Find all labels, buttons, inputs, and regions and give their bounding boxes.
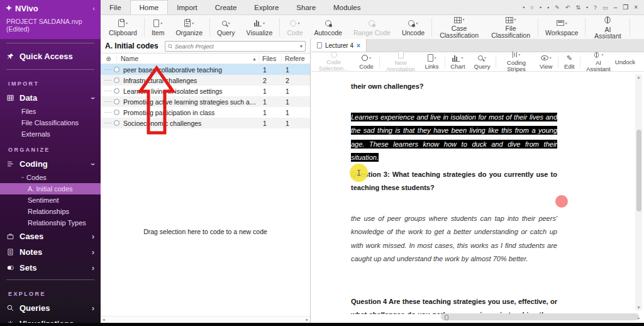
item-button[interactable]: ▾ Item <box>146 15 170 39</box>
table-row[interactable]: Promoting active learning strategies suc… <box>101 96 310 107</box>
add-column-icon[interactable]: ⊕ <box>101 55 117 62</box>
scroll-down-icon[interactable]: ▼ <box>635 305 642 310</box>
ai-assistant-button[interactable]: AI Assistant <box>587 15 628 39</box>
table-row[interactable]: peer based collaborative teaching 1 1 <box>101 64 310 75</box>
tab-lecturer-4[interactable]: Lecturer 4 × <box>311 39 367 52</box>
horizontal-scrollbar[interactable]: ◂▸ <box>101 316 310 323</box>
view-button[interactable]: ▾ View <box>535 52 557 71</box>
bar-chart-icon <box>452 55 460 62</box>
column-name[interactable]: Name▲ <box>117 55 258 62</box>
document-icon <box>317 42 322 48</box>
file-classification-button[interactable]: ▾ File Classification <box>485 15 536 39</box>
sync-icon[interactable]: ○ <box>531 4 534 11</box>
coding-stripes-button[interactable]: ▾ Coding Stripes <box>497 52 535 71</box>
links-button[interactable]: ▾ Links <box>420 52 443 71</box>
undo-icon[interactable]: ↶ <box>565 4 570 11</box>
dot-icon[interactable]: • <box>586 4 588 11</box>
briefcase-icon <box>6 232 14 240</box>
files-count: 1 <box>258 98 281 106</box>
case-classification-button[interactable]: ▾ Case Classification <box>433 15 485 39</box>
clipboard-button[interactable]: ▾ Clipboard <box>103 15 143 39</box>
table-row[interactable]: Socioeconomic challenges 1 1 <box>101 118 310 128</box>
sidebar-item-codes[interactable]: › Codes <box>0 172 101 183</box>
code-circle-icon <box>114 99 119 104</box>
sidebar-item-label: Queries <box>19 303 50 313</box>
organize-button[interactable]: ▾ Organize <box>170 15 208 39</box>
sidebar-item-externals[interactable]: Externals <box>0 128 101 140</box>
sidebar-item-cases[interactable]: Cases › <box>0 228 101 244</box>
redo-icon[interactable]: ⇅ <box>575 4 580 11</box>
autocode-button[interactable]: Autocode <box>309 15 348 39</box>
customize-icon[interactable]: • <box>523 4 525 11</box>
close-icon[interactable]: × <box>357 42 360 49</box>
chevron-down-icon[interactable]: ▾ <box>300 43 303 49</box>
code-button[interactable]: ▾ Code <box>355 52 378 71</box>
minimize-button[interactable]: – <box>614 4 618 11</box>
restore-button[interactable]: ❐ <box>623 4 628 11</box>
sidebar-collapse-icon[interactable]: ‹ <box>92 4 95 12</box>
chevron-down-icon[interactable]: › <box>89 97 97 99</box>
tab-import[interactable]: Import <box>168 0 206 14</box>
tab-explore[interactable]: Explore <box>245 0 287 14</box>
sidebar-item-data[interactable]: Data › <box>0 90 101 106</box>
ribbon: ▾ Clipboard ▾ Item ▾ Organize ▾ Query ▾ … <box>101 15 644 40</box>
chevron-down-icon[interactable]: › <box>19 177 26 179</box>
ai-assistant-button[interactable]: ▾ AI Assistant <box>582 52 615 71</box>
tab-share[interactable]: Share <box>287 0 325 14</box>
dot-icon[interactable]: • <box>540 4 541 11</box>
sidebar-item-sentiment[interactable]: Sentiment <box>0 194 101 206</box>
chart-button[interactable]: ▾ Chart <box>446 52 469 71</box>
brain-icon: ▾ <box>593 52 603 59</box>
edit-button[interactable]: ✎ Edit <box>560 52 579 71</box>
sidebar-item-notes[interactable]: Notes › <box>0 244 101 260</box>
scroll-left-icon[interactable]: ◂ <box>103 317 105 322</box>
query-button[interactable]: ▾ Query <box>211 15 241 39</box>
edit-icon[interactable]: ✎ <box>555 4 560 11</box>
chevron-down-icon[interactable]: › <box>89 163 97 166</box>
sidebar-item-queries[interactable]: Queries › <box>0 300 101 316</box>
chevron-right-icon[interactable]: › <box>92 264 94 273</box>
chevron-right-icon[interactable]: › <box>92 304 94 313</box>
sidebar-item-file-classifications[interactable]: File Classifications <box>0 117 101 128</box>
page-down-icon[interactable]: ⌄ <box>635 315 642 320</box>
tab-file[interactable]: File <box>101 0 130 14</box>
query-button[interactable]: ▾ Query <box>470 52 495 71</box>
help-icon[interactable]: ? <box>594 4 597 11</box>
document-bottom-bar[interactable] <box>441 313 639 320</box>
sidebar-item-quick-access[interactable]: Quick Access <box>0 47 101 65</box>
tab-modules[interactable]: Modules <box>325 0 369 14</box>
tab-create[interactable]: Create <box>206 0 246 14</box>
sidebar-item-files[interactable]: Files <box>0 106 101 117</box>
sidebar-item-relationship-types[interactable]: Relationship Types <box>0 217 101 228</box>
chevron-right-icon[interactable]: › <box>92 232 94 241</box>
save-icon[interactable]: ▪ <box>547 4 549 11</box>
button-label: Query <box>474 64 491 70</box>
search-input[interactable] <box>175 43 297 50</box>
table-row[interactable]: Learners living in isolated settings 1 1 <box>101 86 310 96</box>
vertical-scrollbar[interactable]: ▲ ▼ <box>635 74 642 310</box>
sidebar-item-coding[interactable]: Coding › <box>0 156 101 172</box>
column-files[interactable]: Files <box>258 55 281 62</box>
bar-chart-icon <box>254 20 262 26</box>
undock-button[interactable]: Undock <box>615 59 644 65</box>
sidebar-item-sets[interactable]: Sets › <box>0 260 101 276</box>
document-content[interactable]: their own challenges? Learners experienc… <box>311 72 634 314</box>
column-references[interactable]: Refere <box>281 55 310 62</box>
sidebar-item-relationships[interactable]: Relationships <box>0 206 101 217</box>
uncode-button[interactable]: ▾ Uncode <box>396 15 430 39</box>
scroll-right-icon[interactable]: ▸ <box>306 317 308 322</box>
scrollbar-thumb[interactable] <box>636 130 641 211</box>
tab-home[interactable]: Home <box>130 0 169 14</box>
data-grid-icon <box>6 94 14 102</box>
workspace-button[interactable]: ▾ Workspace <box>540 15 584 39</box>
divider <box>6 69 94 70</box>
table-row[interactable]: Promoting participation in class 1 1 <box>101 107 310 118</box>
chevron-right-icon[interactable]: › <box>92 248 94 257</box>
table-row[interactable]: Infrastructural challenges 2 2 <box>101 75 310 86</box>
search-box[interactable]: ▾ <box>165 41 306 52</box>
visualize-button[interactable]: ▾ Visualize <box>241 15 279 39</box>
scroll-up-icon[interactable]: ▲ <box>635 75 642 79</box>
close-button[interactable]: × <box>634 4 638 11</box>
sidebar-item-initial-codes[interactable]: A. Initial codes <box>0 183 101 194</box>
feedback-icon[interactable]: ▭ <box>602 4 608 11</box>
